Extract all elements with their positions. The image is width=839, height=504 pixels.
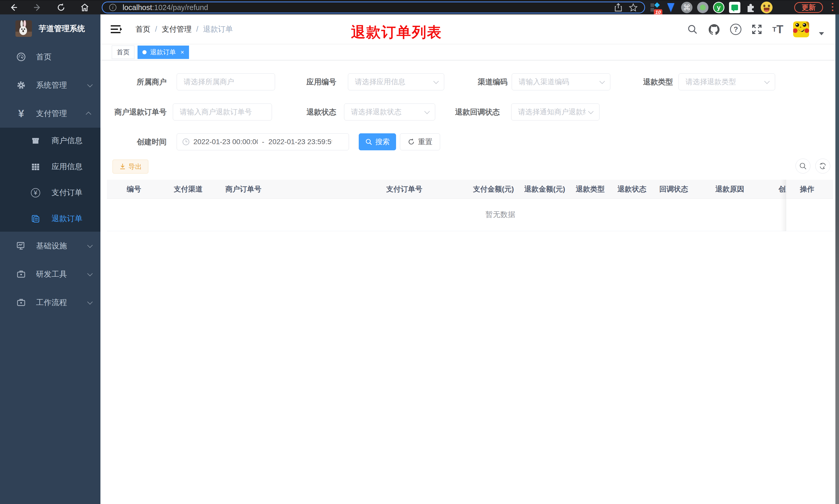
merchant-input-field[interactable] [184,78,268,86]
merchant-refund-no-input[interactable] [173,104,272,121]
sidebar-item-infra[interactable]: 基础设施 [0,232,101,260]
sidebar-item-refund-order[interactable]: 退款订单 [0,206,101,232]
tag-tabbar: 首页 退款订单 × [101,44,835,60]
channel-select[interactable]: 请输入渠道编码 [512,73,610,90]
grid-icon [30,163,41,171]
chevron-down-icon [600,78,605,84]
user-menu-caret-icon[interactable] [819,32,824,35]
col-pay-amount: 支付金额(元) [473,180,514,199]
briefcase-icon [15,270,27,279]
merchant-input[interactable] [177,73,275,90]
create-time-range-picker[interactable]: 2022-01-23 00:00:00 - 2022-01-23 23:59:5… [177,133,349,150]
show-search-icon-button[interactable] [796,159,810,174]
recorder-extension-icon[interactable] [697,2,709,13]
yen-icon: ¥ [15,108,27,120]
browser-reload-icon[interactable] [57,3,66,12]
col-refund-amount: 退款金额(元) [524,180,565,199]
col-refund-reason: 退款原因 [715,180,744,199]
date-start-value[interactable]: 2022-01-23 00:00:00 [193,138,258,146]
col-actions: 操作 [800,180,814,199]
chevron-down-icon [764,78,770,84]
sidebar-item-app-info[interactable]: 应用信息 [0,154,101,180]
sidebar-item-merchant-info[interactable]: 商户信息 [0,128,101,154]
chevron-down-icon [87,242,93,248]
sidebar-item-system[interactable]: 系统管理 [0,71,101,100]
close-icon[interactable]: × [180,49,184,55]
app-label: 应用编号 [306,73,336,90]
empty-state-text: 暂无数据 [485,210,515,220]
kite-extension-icon[interactable] [665,2,677,13]
pay-submenu: 商户信息 应用信息 ¥ 支付订单 退款订单 [0,128,101,232]
browser-home-icon[interactable] [81,3,89,12]
table-header-row: 编号 支付渠道 商户订单号 支付订单号 支付金额(元) 退款金额(元) 退款类型… [107,180,833,199]
tampermonkey-extension-icon[interactable]: 10 [649,2,661,13]
sidebar: 芋道管理系统 首页 系统管理 ¥ 支付管理 商户信息 应用信息 [0,14,101,504]
browser-update-button[interactable]: 更新 [794,2,823,13]
tab-home[interactable]: 首页 [112,46,135,59]
fixed-column-divider [786,180,786,231]
background-window-edge [835,14,839,504]
refresh-table-icon-button[interactable] [815,159,830,174]
site-info-icon[interactable]: i [109,4,117,11]
date-end-value[interactable]: 2022-01-23 23:59:59 [268,138,332,146]
browser-menu-icon[interactable] [832,3,833,11]
fixed-column-shadow [781,180,786,231]
extensions-row: 10 ⌘ y [649,0,772,15]
reset-button[interactable]: 重置 [400,133,440,150]
notify-status-select[interactable]: 请选择通知商户退款结果 [511,104,600,121]
briefcase-icon [15,298,27,307]
breadcrumb: 首页 / 支付管理 / 退款订单 [136,24,233,35]
shop-icon [30,137,41,145]
pay-order-icon: ¥ [30,188,41,197]
command-extension-icon[interactable]: ⌘ [681,2,693,13]
gear-icon [15,80,27,90]
url-text: localhost:1024/pay/refund [123,3,208,12]
app-logo-rabbit-avatar [15,20,32,37]
profile-emoji-icon[interactable] [761,2,772,13]
sidebar-item-dev-tools[interactable]: 研发工具 [0,260,101,288]
active-tab-dot [142,50,146,54]
fullscreen-icon[interactable] [751,24,763,35]
merchant-label: 所属商户 [137,73,167,90]
sidebar-item-home[interactable]: 首页 [0,43,101,71]
table-body: 暂无数据 [107,199,833,231]
refund-list-page: 所属商户 应用编号 请选择应用信息 渠道编码 请输入渠道编码 退款类型 请选择退… [101,60,835,504]
export-button[interactable]: 导出 [112,160,148,174]
sidebar-item-workflow[interactable]: 工作流程 [0,288,101,317]
sidebar-item-pay-order[interactable]: ¥ 支付订单 [0,180,101,206]
refund-status-select[interactable]: 请选择退款状态 [344,104,435,121]
address-bar[interactable]: i localhost:1024/pay/refund [102,2,645,13]
refund-doc-icon [30,215,41,223]
github-icon[interactable] [708,23,720,35]
chevron-down-icon [87,299,93,305]
font-size-icon[interactable]: TT [772,24,783,35]
browser-forward-icon[interactable] [33,3,42,12]
search-icon[interactable] [687,24,698,35]
chevron-down-icon [424,109,430,114]
chat-extension-icon[interactable] [729,2,740,13]
page-annotation-title: 退款订单列表 [351,23,442,42]
refund-type-select[interactable]: 请选择退款类型 [679,73,775,90]
search-button[interactable]: 搜索 [359,133,396,150]
app-logo-row[interactable]: 芋道管理系统 [0,14,101,43]
col-refund-type: 退款类型 [576,180,605,199]
y-extension-icon[interactable]: y [713,2,725,13]
app-select[interactable]: 请选择应用信息 [348,73,444,90]
browser-back-icon[interactable] [9,3,18,12]
col-id: 编号 [127,180,141,199]
tab-refund-order[interactable]: 退款订单 × [138,46,189,59]
col-pay-channel: 支付渠道 [174,180,203,199]
chevron-down-icon [433,78,439,84]
merchant-refund-no-input-field[interactable] [180,108,265,116]
bookmark-star-icon[interactable] [629,3,638,12]
breadcrumb-home[interactable]: 首页 [136,24,150,35]
puzzle-extensions-icon[interactable] [745,2,756,13]
refund-status-label: 退款状态 [306,104,336,121]
user-avatar[interactable] [793,21,809,37]
collapse-sidebar-icon[interactable] [110,24,123,35]
help-icon[interactable]: ? [730,24,742,35]
breadcrumb-pay[interactable]: 支付管理 [162,24,192,35]
share-icon[interactable] [614,3,622,12]
chevron-down-icon [87,82,93,87]
sidebar-item-pay[interactable]: ¥ 支付管理 [0,100,101,128]
